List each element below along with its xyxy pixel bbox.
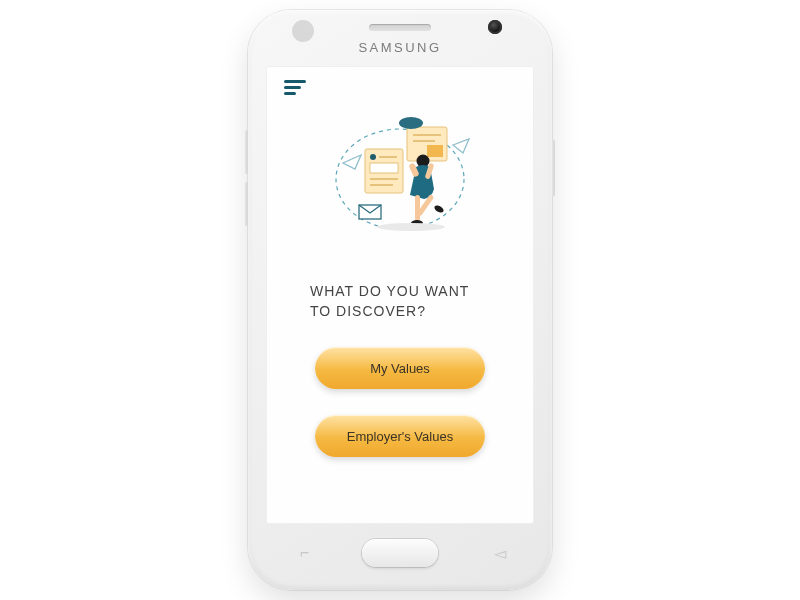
proximity-sensor (292, 20, 314, 42)
menu-icon[interactable] (284, 80, 306, 98)
choice-buttons: My Values Employer's Values (284, 347, 516, 457)
volume-up-button (245, 130, 248, 174)
app-screen: WHAT DO YOU WANT TO DISCOVER? My Values … (266, 66, 534, 524)
employer-values-button[interactable]: Employer's Values (315, 415, 485, 457)
recent-apps-softkey: ⌐ (300, 544, 309, 562)
svg-marker-12 (343, 155, 361, 169)
svg-marker-13 (453, 139, 469, 153)
discover-question: WHAT DO YOU WANT TO DISCOVER? (284, 282, 516, 321)
hero-illustration (284, 104, 516, 254)
earpiece-speaker (369, 24, 431, 31)
svg-rect-18 (415, 195, 420, 221)
phone-bottom-bezel: ⌐ ◅ (248, 524, 552, 582)
home-button[interactable] (362, 539, 438, 567)
phone-top-bezel: SAMSUNG (248, 10, 552, 66)
front-camera (488, 20, 502, 34)
back-softkey: ◅ (494, 544, 500, 563)
svg-point-6 (370, 154, 376, 160)
svg-point-22 (377, 223, 445, 231)
phone-frame: SAMSUNG (248, 10, 552, 590)
power-button (552, 140, 555, 196)
device-brand: SAMSUNG (248, 40, 552, 55)
my-values-button[interactable]: My Values (315, 347, 485, 389)
svg-rect-8 (370, 163, 398, 173)
svg-point-11 (399, 117, 423, 129)
svg-point-21 (433, 204, 445, 214)
svg-rect-4 (427, 145, 443, 157)
volume-down-button (245, 182, 248, 226)
